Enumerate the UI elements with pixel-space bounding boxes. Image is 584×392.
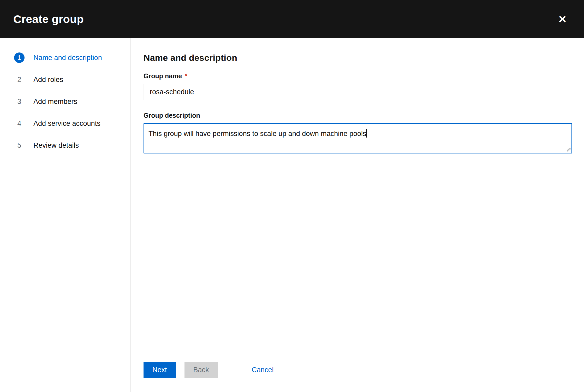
group-description-text: This group will have permissions to scal… (148, 130, 366, 138)
group-description-textarea[interactable]: This group will have permissions to scal… (144, 123, 572, 153)
step-number-badge: 3 (14, 96, 25, 107)
step-label: Review details (33, 141, 79, 150)
step-number-badge: 2 (14, 74, 25, 85)
step-label: Add members (33, 98, 77, 106)
close-icon[interactable]: ✕ (555, 11, 569, 27)
group-name-input[interactable] (144, 84, 572, 100)
modal-header: Create group ✕ (0, 0, 584, 38)
step-number-badge: 5 (14, 140, 25, 151)
wizard-main-content: Name and description Group name * Group … (130, 38, 584, 392)
group-name-label-row: Group name * (144, 72, 572, 80)
wizard-footer: Next Back Cancel (130, 348, 584, 392)
step-label: Add roles (33, 76, 63, 84)
step-number-badge: 4 (14, 118, 25, 129)
group-description-label: Group description (144, 112, 200, 119)
cancel-button[interactable]: Cancel (252, 362, 274, 378)
wizard-step-review-details[interactable]: 5 Review details (0, 134, 130, 156)
wizard-step-add-roles[interactable]: 2 Add roles (0, 69, 130, 91)
next-button[interactable]: Next (144, 362, 176, 378)
modal-title: Create group (13, 13, 84, 26)
resize-handle-icon[interactable] (567, 148, 571, 152)
wizard-step-add-service-accounts[interactable]: 4 Add service accounts (0, 112, 130, 134)
wizard-step-nav: 1 Name and description 2 Add roles 3 Add… (0, 38, 130, 392)
wizard-step-name-and-description[interactable]: 1 Name and description (0, 47, 130, 69)
group-name-label: Group name (144, 72, 182, 80)
wizard-step-add-members[interactable]: 3 Add members (0, 91, 130, 112)
step-label: Add service accounts (33, 120, 100, 128)
step-label: Name and description (33, 54, 102, 62)
step-number-badge: 1 (14, 52, 25, 63)
required-indicator: * (185, 72, 187, 80)
group-description-label-row: Group description (144, 112, 572, 119)
wizard-body: 1 Name and description 2 Add roles 3 Add… (0, 38, 584, 392)
page-title: Name and description (144, 53, 572, 63)
text-cursor (366, 129, 367, 138)
back-button[interactable]: Back (184, 362, 218, 378)
